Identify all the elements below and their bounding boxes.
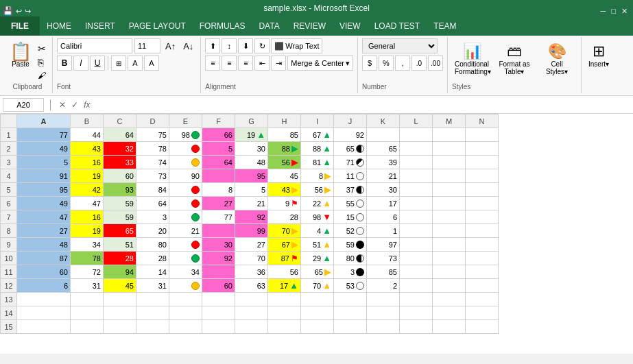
table-cell[interactable] [301, 320, 334, 334]
menu-team[interactable]: TEAM [427, 16, 463, 36]
table-cell[interactable] [400, 293, 433, 306]
table-cell[interactable]: 80 [136, 238, 169, 252]
col-header-d[interactable]: D [136, 114, 169, 128]
table-cell[interactable]: 32 [104, 142, 136, 156]
table-cell[interactable]: 94 [104, 265, 136, 279]
row-header[interactable]: 5 [1, 183, 17, 197]
table-cell[interactable]: 95 [235, 169, 268, 183]
table-cell[interactable]: 88▶ [268, 142, 301, 156]
table-cell[interactable]: 27 [17, 224, 71, 238]
align-bottom-button[interactable]: ⬇ [238, 38, 253, 53]
spreadsheet-container[interactable]: A B C D E F G H I J K L M N 177446475986… [0, 114, 633, 354]
table-cell[interactable]: 67▲ [301, 128, 334, 142]
align-right-button[interactable]: ≡ [238, 56, 253, 71]
row-header[interactable]: 1 [1, 128, 17, 142]
table-cell[interactable]: 92 [334, 128, 367, 142]
font-size-input[interactable] [134, 38, 160, 53]
table-cell[interactable] [136, 320, 169, 334]
table-cell[interactable]: 65 [104, 224, 136, 238]
format-as-table-button[interactable]: 🗃 Format as Table▾ [494, 41, 534, 77]
row-header[interactable]: 2 [1, 142, 17, 156]
table-cell[interactable]: 31 [136, 279, 169, 293]
menu-load-test[interactable]: LOAD TEST [368, 16, 427, 36]
table-cell[interactable] [466, 265, 499, 279]
table-cell[interactable]: 64 [104, 128, 136, 142]
row-header[interactable]: 6 [1, 197, 17, 210]
table-cell[interactable] [433, 265, 466, 279]
paste-button[interactable]: 📋 Paste [7, 41, 34, 69]
col-header-m[interactable]: M [433, 114, 466, 128]
table-cell[interactable] [169, 238, 202, 252]
table-cell[interactable] [334, 306, 367, 320]
table-cell[interactable]: 37 [334, 183, 367, 197]
table-cell[interactable] [466, 279, 499, 293]
table-cell[interactable] [104, 306, 136, 320]
align-middle-button[interactable]: ↕ [222, 38, 237, 53]
table-cell[interactable] [169, 279, 202, 293]
table-cell[interactable] [367, 293, 400, 306]
table-cell[interactable] [433, 293, 466, 306]
table-cell[interactable]: 59 [104, 210, 136, 224]
table-cell[interactable]: 29▲ [301, 252, 334, 265]
table-cell[interactable]: 3 [136, 210, 169, 224]
underline-button[interactable]: U [90, 56, 105, 71]
fill-color-button[interactable]: A [128, 56, 143, 71]
conditional-formatting-button[interactable]: 📊 Conditional Formatting▾ [452, 41, 492, 77]
copy-icon[interactable]: ⎘ [36, 56, 48, 69]
table-cell[interactable]: 11 [334, 169, 367, 183]
table-cell[interactable] [169, 142, 202, 156]
table-cell[interactable]: 19 [71, 169, 104, 183]
cell-styles-button[interactable]: 🎨 Cell Styles▾ [537, 41, 577, 77]
percent-button[interactable]: % [379, 56, 394, 71]
table-cell[interactable] [433, 306, 466, 320]
table-cell[interactable]: 64 [202, 156, 235, 169]
table-cell[interactable]: 60 [202, 279, 235, 293]
table-cell[interactable]: 28 [136, 252, 169, 265]
align-left-button[interactable]: ≡ [205, 56, 220, 71]
table-cell[interactable]: 5 [17, 156, 71, 169]
table-cell[interactable] [202, 320, 235, 334]
table-cell[interactable]: 17▲ [268, 279, 301, 293]
table-cell[interactable] [466, 183, 499, 197]
table-cell[interactable]: 92 [235, 210, 268, 224]
table-cell[interactable] [169, 306, 202, 320]
table-cell[interactable] [433, 128, 466, 142]
currency-button[interactable]: $ [362, 56, 377, 71]
table-cell[interactable] [202, 224, 235, 238]
align-top-button[interactable]: ⬆ [205, 38, 220, 53]
table-cell[interactable] [268, 306, 301, 320]
table-cell[interactable] [169, 156, 202, 169]
menu-page-layout[interactable]: PAGE LAYOUT [122, 16, 193, 36]
table-cell[interactable]: 19 [71, 224, 104, 238]
undo-icon[interactable]: ↩ [16, 3, 22, 19]
table-cell[interactable]: 87⚑ [268, 252, 301, 265]
table-cell[interactable]: 4▲ [301, 224, 334, 238]
row-header[interactable]: 8 [1, 224, 17, 238]
wrap-text-button[interactable]: ⬛ Wrap Text [271, 38, 322, 53]
table-cell[interactable]: 51▲ [301, 238, 334, 252]
table-cell[interactable]: 17 [367, 197, 400, 210]
table-cell[interactable]: 53 [334, 279, 367, 293]
table-cell[interactable] [202, 265, 235, 279]
save-icon[interactable]: 💾 [3, 3, 13, 19]
table-cell[interactable]: 45 [104, 279, 136, 293]
table-cell[interactable] [433, 183, 466, 197]
table-cell[interactable] [268, 293, 301, 306]
italic-button[interactable]: I [73, 56, 88, 71]
table-cell[interactable]: 56 [268, 265, 301, 279]
font-color-button[interactable]: A [144, 56, 159, 71]
table-cell[interactable] [400, 224, 433, 238]
cancel-icon[interactable]: ✕ [58, 100, 67, 110]
table-cell[interactable]: 73 [367, 252, 400, 265]
table-cell[interactable]: 55 [334, 197, 367, 210]
table-cell[interactable]: 21 [235, 197, 268, 210]
table-cell[interactable]: 14 [136, 265, 169, 279]
table-cell[interactable]: 16 [71, 156, 104, 169]
table-cell[interactable] [235, 306, 268, 320]
table-cell[interactable] [400, 128, 433, 142]
table-cell[interactable] [136, 293, 169, 306]
table-cell[interactable]: 75 [136, 128, 169, 142]
format-painter-icon[interactable]: 🖌 [36, 70, 48, 81]
table-cell[interactable]: 6 [17, 279, 71, 293]
table-cell[interactable] [433, 169, 466, 183]
